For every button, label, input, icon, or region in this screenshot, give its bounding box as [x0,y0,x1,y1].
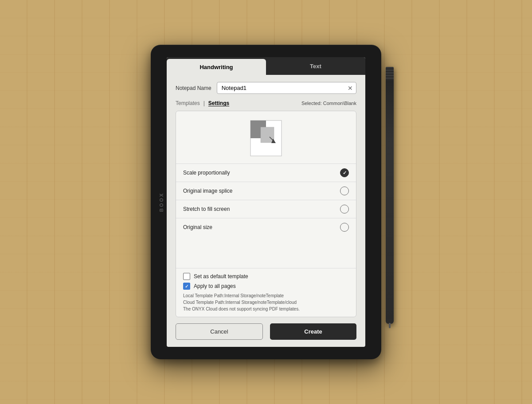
notepad-name-input-wrapper: ✕ [217,82,356,94]
checkbox-section: Set as default template Apply to all pag… [176,268,356,317]
clear-icon[interactable]: ✕ [348,85,353,92]
radio-item-stretch[interactable]: Stretch to fill screen [176,200,356,218]
info-line-1: Local Template Path:Internal Storage/not… [183,292,349,299]
info-line-3: The ONYX Cloud does not support syncing … [183,306,349,312]
notepad-name-row: Notepad Name ✕ [176,82,356,94]
template-preview-image [248,118,284,158]
template-preview [176,111,356,164]
device-body: BOOX Handwriting Text Notepad Name [151,45,381,359]
template-nav: Templates | Settings Selected: Common\Bl… [176,100,356,106]
radio-item-splice[interactable]: Original image splice [176,182,356,200]
cancel-button[interactable]: Cancel [176,323,263,340]
radio-label-stretch: Stretch to fill screen [183,206,230,212]
checkbox-set-default[interactable]: Set as default template [183,273,349,280]
radio-label-original: Original size [183,224,212,230]
checkbox-apply-all-box [183,283,190,290]
screen: Handwriting Text Notepad Name ✕ [167,57,365,347]
stylus [386,67,394,324]
radio-circle-scale [340,168,349,177]
settings-panel: Scale proportionally Original image spli… [176,111,356,317]
settings-nav-link[interactable]: Settings [208,100,229,106]
radio-circle-stretch [340,205,349,214]
info-text: Local Template Path:Internal Storage/not… [183,292,349,312]
info-line-2: Cloud Template Path:Internal Storage/not… [183,299,349,306]
tab-handwriting[interactable]: Handwriting [167,59,266,75]
bottom-buttons: Cancel Create [176,323,356,340]
radio-circle-original [340,223,349,232]
create-button[interactable]: Create [270,323,356,340]
radio-item-scale[interactable]: Scale proportionally [176,164,356,182]
radio-options-list: Scale proportionally Original image spli… [176,164,356,268]
tab-text[interactable]: Text [266,57,365,75]
tab-bar: Handwriting Text [167,57,365,75]
radio-circle-splice [340,186,349,195]
template-nav-left: Templates | Settings [176,100,229,106]
selected-info: Selected: Common\Blank [301,101,356,106]
templates-nav-link[interactable]: Templates [176,100,200,106]
radio-label-scale: Scale proportionally [183,170,230,176]
nav-separator: | [203,100,205,106]
device: BOOX Handwriting Text Notepad Name [151,45,381,359]
device-brand-label: BOOX [159,192,164,212]
radio-label-splice: Original image splice [183,188,232,194]
checkbox-set-default-label: Set as default template [194,273,248,280]
svg-rect-2 [261,127,274,143]
checkbox-apply-all[interactable]: Apply to all pages [183,283,349,290]
checkbox-apply-all-label: Apply to all pages [194,283,236,289]
notepad-name-input[interactable] [217,82,356,94]
checkbox-set-default-box [183,273,190,280]
radio-item-original[interactable]: Original size [176,218,356,236]
main-content: Notepad Name ✕ Templates | Settings Sele… [167,75,365,347]
notepad-name-label: Notepad Name [176,85,211,91]
